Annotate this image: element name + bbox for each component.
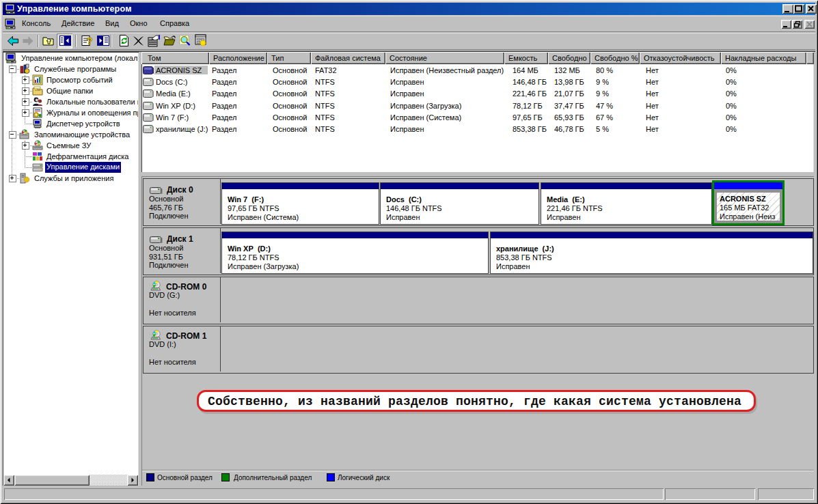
svg-text:?: ? [87, 35, 93, 46]
